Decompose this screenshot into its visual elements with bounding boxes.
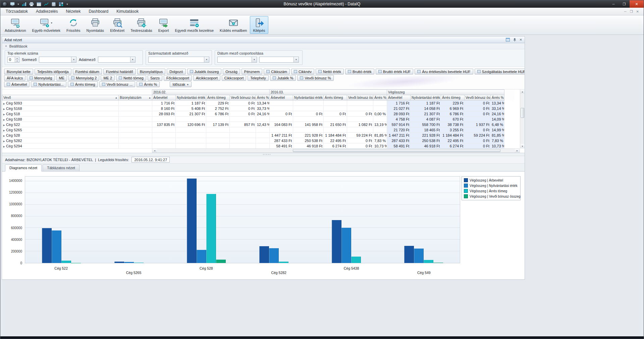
toolbar-button-testreszabas[interactable]: Testreszabás (127, 16, 155, 34)
app-logo-icon[interactable] (2, 2, 7, 7)
field-chip-alcikkcsoport[interactable]: Alcikkcsoport (193, 75, 220, 81)
expand-icon[interactable]: ▶ (3, 108, 5, 110)
data-field-combo[interactable]: ▼ (98, 57, 136, 63)
bar-vegosszeg-nyilvantartasi-ertek-ceg-5265[interactable] (124, 262, 134, 263)
field-chip-vevoi-bonusz[interactable]: Vevői bónusz % (297, 75, 333, 81)
vertical-scrollbar[interactable]: ▲ ▼ (520, 89, 525, 148)
field-chip-netto-ertek[interactable]: Nettó érték (316, 69, 344, 74)
bar-vegosszeg-arbevetel-ceg-5265[interactable] (114, 262, 124, 263)
qat-dropdown-icon[interactable]: ▼ (66, 3, 68, 5)
combo-dropdown-icon[interactable]: ▼ (71, 57, 76, 62)
qat-printer-icon[interactable] (29, 2, 34, 6)
menu-item-torzsadatok[interactable]: Törzsadatok (2, 8, 32, 15)
bar-vegosszeg-nyilvantartasi-ertek-ceg-528[interactable] (197, 250, 206, 263)
qat-grid-icon[interactable] (59, 2, 64, 6)
field-chip-mennyiseg[interactable]: Mennyiség (27, 75, 55, 81)
toolbar-button-kuldes-emailben[interactable]: Küldés emailben (217, 16, 250, 34)
pivot-measure-header-nyilvantartasi-ertek[interactable]: Nyilvántartási érték (411, 95, 441, 100)
bar-vegosszeg-vevoi-bonusz-osszeg-ceg-549[interactable] (433, 263, 443, 263)
field-chip-penznem[interactable]: Pénznem (241, 69, 262, 74)
field-chip-arres-tomeg[interactable]: Árrés tömeg (68, 81, 98, 87)
bar-vegosszeg-arbevetel-ceg-5438[interactable] (332, 220, 341, 263)
pivot-measure-header-arres[interactable]: Árrés % (491, 95, 504, 100)
expand-icon[interactable]: ▶ (3, 103, 5, 105)
combo-dropdown-icon[interactable]: ▼ (252, 57, 257, 62)
qat-graph-icon[interactable] (44, 2, 49, 6)
field-chip-jutalek-osszeg[interactable]: Jutalék összeg (187, 69, 222, 74)
field-chip-mennyiseg-2[interactable]: Mennyiség 2 (68, 75, 99, 81)
field-chip-me-2[interactable]: ME 2 (101, 75, 115, 81)
qat-chart-icon[interactable] (22, 2, 27, 6)
pivot-row-label[interactable]: ▶Cég 5265 (2, 127, 119, 133)
maximize-button[interactable]: ❐ (619, 0, 630, 8)
pivot-measure-header-arres-tomeg[interactable]: Árrés tömeg (441, 95, 465, 100)
pivot-measure-header-nyilvantartasi-ertek[interactable]: Nyilvántartási érték (293, 95, 324, 100)
bar-vegosszeg-arbevetel-ceg-522[interactable] (42, 228, 52, 263)
field-chip-arbevetel[interactable]: Árbevétel (4, 81, 30, 87)
qat-calculator-icon[interactable] (51, 2, 56, 6)
pivot-measure-header-arres-tomeg[interactable]: Árrés tömeg (206, 95, 230, 100)
vscroll-thumb[interactable] (521, 108, 524, 118)
toolbar-button-egyeb-muveletek[interactable]: ▼Egyéb műveletek (29, 16, 63, 34)
date-grouping-combo-1[interactable]: ▼ (217, 57, 257, 63)
menu-item-adatkezeles[interactable]: Adatkezelés (32, 8, 62, 15)
menu-item-nezetek[interactable]: Nézetek (62, 8, 85, 15)
mdi-minimize-icon[interactable]: ─ (624, 10, 627, 13)
field-chip-bizonylat-kelte[interactable]: Bizonylat kelte (4, 69, 33, 74)
settings-collapse-bar[interactable]: ∧ Beállítások (2, 43, 525, 49)
top-elements-spinner[interactable]: 0 ▲ ▼ (7, 57, 19, 63)
expand-icon[interactable]: ▶ (3, 113, 5, 116)
field-chip-me[interactable]: ME (56, 75, 67, 81)
pivot-measure-header-vevoi-bonusz-osszeg[interactable]: Vevői bónusz összeg (347, 95, 373, 100)
pivot-row-label[interactable]: ▶Cég 5282 (2, 138, 119, 143)
field-chip-netto-tomeg[interactable]: Nettó tömeg (116, 75, 146, 81)
field-chip-bizonylattipus[interactable]: Bizonylattípus (137, 69, 165, 74)
mdi-close-icon[interactable]: ✕ (636, 10, 639, 13)
pin-icon[interactable] (513, 38, 517, 42)
bar-vegosszeg-nyilvantartasi-ertek-ceg-549[interactable] (414, 249, 424, 263)
pivot-measure-header-vevoi-bonusz-osszeg[interactable]: Vevői bónusz összeg (230, 95, 256, 100)
field-list-icon[interactable] (506, 38, 510, 42)
scroll-right-icon[interactable]: ► (515, 149, 520, 152)
dropdown-arrow-icon[interactable]: ▼ (50, 22, 53, 24)
scroll-down-icon[interactable]: ▼ (520, 144, 525, 148)
field-chip-teljesites-idopontja[interactable]: Teljesítés időpontja (35, 69, 71, 74)
pivot-measure-header-arbevetel[interactable]: Árbevétel (387, 95, 411, 100)
spinner-down-icon[interactable]: ▼ (15, 60, 19, 63)
field-chip-brutto-ertek[interactable]: Bruttó érték (345, 69, 374, 74)
pivot-measure-header-arbevetel[interactable]: Árbevétel (270, 95, 293, 100)
toolbar-button-elonezet[interactable]: Előnézet (107, 16, 127, 34)
expand-icon[interactable]: ▶ (3, 124, 5, 126)
bar-vegosszeg-arbevetel-ceg-528[interactable] (187, 179, 197, 263)
bar-vegosszeg-arres-tomeg-ceg-5282[interactable] (279, 262, 288, 263)
field-chip-brutto-ertek-huf[interactable]: Bruttó érték HUF (376, 69, 414, 74)
pivot-row-label[interactable]: ▶Cég 5093 (2, 100, 119, 106)
pivot-measure-header-arres-tomeg[interactable]: Árrés tömeg (324, 95, 347, 100)
field-chip-aru-ertekesites-bevetele-huf[interactable]: Áru értékesítés bevétele HUF (415, 69, 473, 74)
field-chip-cikkszam[interactable]: Cikkszám (264, 69, 290, 74)
field-chip-szolgaltatas-bevetele-huf[interactable]: Szolgáltatás bevétele HUF (475, 69, 525, 74)
bar-vegosszeg-vevoi-bonusz-osszeg-ceg-528[interactable] (216, 260, 226, 263)
field-chip-focikkcsoport[interactable]: Főcikkcsoport (164, 75, 192, 81)
bar-vegosszeg-arres-tomeg-ceg-549[interactable] (424, 260, 433, 263)
pivot-row-label[interactable]: ▶Cég 518 (2, 111, 119, 117)
field-chip-vevoi-bonusz[interactable]: Vevői bónusz ... (99, 81, 136, 87)
spinner-up-icon[interactable]: ▲ (15, 57, 19, 60)
field-chip-arres[interactable]: Árrés % (137, 81, 160, 87)
pivot-row-label[interactable]: ▶Cég 528 (2, 133, 119, 138)
pivot-column-group-vegosszeg[interactable]: Végösszeg (387, 90, 504, 95)
field-chip-fizetesi-hatarido[interactable]: Fizetési határidő (103, 69, 136, 74)
minimize-button[interactable]: ─ (608, 0, 619, 8)
toolbar-button-frissites[interactable]: Frissítés (63, 16, 84, 34)
toolbar-button-adatszinkron[interactable]: Adatszinkron (2, 16, 29, 34)
pivot-measure-header-arbevetel[interactable]: Árbevétel (152, 95, 176, 100)
field-chip-sarzs[interactable]: Sarzs (148, 75, 162, 81)
bar-vegosszeg-nyilvantartasi-ertek-ceg-5438[interactable] (341, 228, 351, 263)
pivot-measure-header-arres[interactable]: Árrés % (373, 95, 387, 100)
field-chip-telephely[interactable]: Telephely (248, 75, 268, 81)
combo-dropdown-icon[interactable]: ▼ (130, 57, 135, 62)
tab-diagram-view[interactable]: Diagramos nézet (5, 164, 42, 172)
scroll-left-icon[interactable]: ◄ (152, 149, 157, 152)
pivot-row-label[interactable]: ▶Cég 5294 (2, 143, 119, 149)
splitter-handle[interactable] (2, 153, 525, 156)
